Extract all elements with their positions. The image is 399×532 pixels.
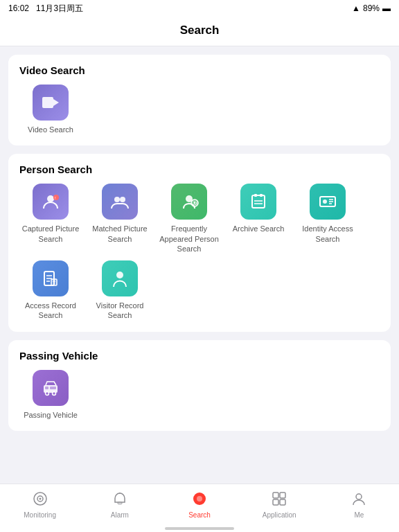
- svg-point-16: [323, 200, 327, 204]
- tab-application[interactable]: Application: [240, 484, 319, 525]
- frequently-appeared-label: Frequently Appeared Person Search: [158, 224, 220, 254]
- svg-point-43: [356, 494, 362, 499]
- visitor-record-icon: [102, 260, 138, 296]
- application-label: Application: [263, 511, 296, 519]
- passing-vehicle-section: Passing Vehicle Passing Vehicle: [8, 340, 391, 431]
- search-label: Search: [188, 511, 211, 519]
- svg-rect-30: [45, 387, 48, 389]
- archive-search-icon: [240, 184, 276, 220]
- svg-point-29: [53, 391, 56, 395]
- svg-text:↻: ↻: [193, 201, 197, 206]
- monitoring-label: Monitoring: [24, 511, 56, 519]
- home-indicator: [0, 525, 399, 532]
- passing-vehicle-grid: Passing Vehicle: [19, 370, 380, 420]
- status-bar: 16:02 11月3日周五 ▲ 89% ▬: [0, 0, 399, 17]
- alarm-label: Alarm: [111, 511, 129, 519]
- tab-alarm[interactable]: Alarm: [80, 484, 159, 525]
- svg-point-5: [114, 197, 120, 202]
- passing-vehicle-icon: [33, 370, 69, 406]
- identity-access-item[interactable]: Identity Access Search: [296, 184, 359, 254]
- svg-rect-39: [273, 493, 278, 498]
- person-search-grid: ! Captured Picture Search Matched Pictur…: [19, 184, 380, 320]
- video-search-grid: Video Search: [19, 85, 380, 134]
- tab-search[interactable]: Search: [159, 484, 239, 525]
- matched-picture-label: Matched Picture Search: [89, 224, 151, 244]
- svg-point-26: [116, 272, 123, 278]
- person-search-section: Person Search ! Captured Picture Search: [8, 154, 391, 331]
- wifi-icon: ▲: [352, 3, 360, 13]
- svg-rect-40: [280, 493, 285, 498]
- video-search-item[interactable]: Video Search: [19, 85, 82, 134]
- svg-rect-31: [50, 387, 56, 389]
- tab-bar: Monitoring Alarm Search: [0, 484, 399, 525]
- identity-access-icon: [310, 184, 346, 220]
- page-header: Search: [0, 17, 399, 46]
- svg-rect-12: [260, 194, 263, 197]
- svg-rect-11: [254, 194, 257, 197]
- video-search-section: Video Search Video Search: [8, 55, 391, 145]
- captured-picture-label: Captured Picture Search: [19, 224, 82, 244]
- status-date: 11月3日周五: [36, 3, 83, 13]
- svg-rect-41: [273, 499, 278, 505]
- svg-point-38: [197, 496, 202, 502]
- video-search-label: Video Search: [28, 125, 73, 134]
- battery-level: 89%: [363, 3, 380, 13]
- visitor-record-label: Visitor Record Search: [89, 301, 151, 321]
- captured-picture-item[interactable]: ! Captured Picture Search: [19, 184, 82, 254]
- page-title: Search: [180, 24, 220, 37]
- status-time-date: 16:02 11月3日周五: [8, 3, 83, 15]
- visitor-record-item[interactable]: Visitor Record Search: [89, 260, 151, 321]
- svg-rect-10: [252, 195, 265, 208]
- me-icon: [351, 491, 366, 510]
- main-content: Video Search Video Search Person Search: [0, 46, 399, 484]
- matched-picture-icon: [102, 184, 138, 220]
- svg-point-34: [39, 497, 41, 499]
- battery-icon: ▬: [382, 3, 391, 13]
- application-icon: [272, 491, 287, 510]
- svg-rect-24: [51, 279, 57, 285]
- archive-search-label: Archive Search: [233, 224, 285, 233]
- svg-rect-35: [118, 502, 122, 504]
- access-record-item[interactable]: Access Record Search: [19, 260, 82, 321]
- svg-rect-42: [280, 499, 285, 505]
- svg-marker-1: [53, 99, 59, 106]
- svg-rect-0: [42, 97, 53, 108]
- tab-monitoring[interactable]: Monitoring: [0, 484, 80, 525]
- access-record-icon: [33, 260, 69, 296]
- passing-vehicle-label: Passing Vehicle: [24, 410, 78, 420]
- home-bar: [165, 527, 234, 530]
- svg-point-2: [47, 195, 54, 202]
- frequently-appeared-item[interactable]: ↻ Frequently Appeared Person Search: [158, 184, 220, 254]
- tab-me[interactable]: Me: [319, 484, 399, 525]
- passing-vehicle-item[interactable]: Passing Vehicle: [19, 370, 82, 420]
- monitoring-icon: [33, 491, 48, 510]
- passing-vehicle-title: Passing Vehicle: [19, 350, 380, 362]
- archive-search-item[interactable]: Archive Search: [227, 184, 290, 254]
- alarm-icon: [112, 491, 127, 510]
- video-search-icon: [33, 85, 69, 121]
- status-time: 16:02: [8, 3, 29, 13]
- frequently-appeared-icon: ↻: [171, 184, 207, 220]
- svg-point-28: [46, 391, 49, 395]
- me-label: Me: [354, 511, 364, 519]
- matched-picture-item[interactable]: Matched Picture Search: [89, 184, 151, 254]
- status-indicators: ▲ 89% ▬: [352, 3, 391, 13]
- access-record-label: Access Record Search: [19, 301, 82, 321]
- person-search-title: Person Search: [19, 163, 380, 175]
- captured-picture-icon: !: [33, 184, 69, 220]
- search-icon: [192, 491, 207, 510]
- identity-access-label: Identity Access Search: [296, 224, 359, 244]
- video-search-title: Video Search: [19, 64, 380, 76]
- svg-point-6: [120, 197, 125, 202]
